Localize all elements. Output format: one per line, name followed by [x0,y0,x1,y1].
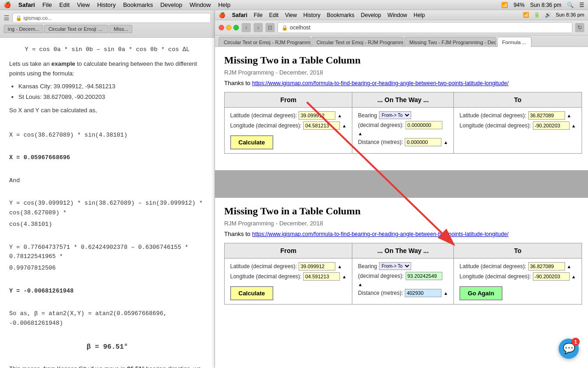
bookmarks-menu[interactable]: Bookmarks [123,1,153,8]
table2-lon-label: Longitude (decimal degrees): [230,273,301,280]
table1-lat-input[interactable] [299,111,335,120]
article-2-byline: RJM Programming - December, 2018 [224,220,579,227]
table1-col-from: From [225,92,352,108]
table2-to-lon-input[interactable] [533,272,570,281]
table1-from-cell: Latitude (decimal degrees): ▲ Longitude … [225,108,352,154]
table1-bearing-spin[interactable]: ▲ [358,131,362,136]
back-button[interactable]: ‹ [242,23,251,32]
refresh-button[interactable]: ↻ [575,23,584,32]
table2-lat-input[interactable] [299,262,335,270]
table2-go-again-btn[interactable]: Go Again [459,286,502,300]
table1-calculate-btn[interactable]: Calculate [230,135,273,150]
right-toolbar: ‹ › ⊡ 🔒 ocelhost ↻ [215,20,588,35]
right-url-bar[interactable]: 🔒 ocelhost [277,22,572,33]
table2-onway-cell: Bearing From-> To ↑ (decimal degrees): ▲ [352,259,454,305]
table1-onway-cell: Bearing From-> To ↑ (decimal degrees): ▲ [352,108,454,154]
main-area: ☰ 🔒 igismap.co... ing - Decem... Circula… [0,10,588,368]
table1-to-lat-spin[interactable]: ▲ [567,113,571,118]
left-url-bar[interactable]: 🔒 igismap.co... [12,13,211,23]
forward-button[interactable]: › [254,23,263,32]
table1-lon-label: Longitude (decimal degrees): [230,122,301,129]
view-menu[interactable]: View [77,1,90,8]
table2-bearing-selector[interactable]: From-> To ↑ [379,262,411,270]
table2-distance-input[interactable] [405,289,441,297]
code-beta1: So as, β = atan2(X,Y) = atan2(0.05967668… [9,309,205,328]
table2-lon-spin[interactable]: ▲ [342,274,346,279]
wifi-icon: 📶 [501,2,508,8]
table2-to-lat-spin[interactable]: ▲ [567,264,571,269]
right-tab-2[interactable]: Circular Text or Emoj - RJM Programming … [311,37,403,47]
minimize-button[interactable] [226,25,232,30]
table1-to-lat-input[interactable] [528,111,565,120]
calc-table-1: From ... On The Way ... To Latitude (dec… [224,92,582,154]
help-menu[interactable]: Help [218,1,231,8]
safari-menu[interactable]: Safari [18,1,35,8]
table1-to-cell: Latitude (decimal degrees): ▲ Longitude … [454,108,582,154]
right-tab-4[interactable]: Formula ... [497,37,531,47]
table1-to-lon-spin[interactable]: ▲ [571,123,576,128]
table1-to-lon-label: Longitude (decimal degrees): [459,122,531,129]
left-tab-3[interactable]: Miss... [109,25,132,33]
article-1-link[interactable]: https://www.igismap.com/formula-to-find-… [252,80,509,86]
table2-dist-spin[interactable]: ▲ [443,291,448,296]
fullscreen-button[interactable]: ⊡ [266,23,275,32]
right-window-menu[interactable]: Window [388,12,407,18]
right-develop-menu[interactable]: Develop [361,12,381,18]
table1-lon-input[interactable] [303,121,340,130]
right-file-menu[interactable]: File [254,12,262,18]
conclusion-text: This means, from Kansas City if we move … [9,364,205,368]
table1-bearing-input[interactable] [406,121,442,129]
close-button[interactable] [219,25,224,30]
table2-calculate-btn[interactable]: Calculate [230,286,273,300]
right-edit-menu[interactable]: Edit [269,12,279,18]
table2-to-lon-spin[interactable]: ▲ [571,274,576,279]
chat-badge: 1 [571,338,580,346]
history-menu[interactable]: History [97,1,115,8]
left-tab-bar: ing - Decem... Circular Text or Emoji - … [4,25,211,33]
search-icon[interactable]: 🔍 [567,2,574,8]
maximize-button[interactable] [233,25,239,30]
table2-bearing-spin[interactable]: ▲ [358,282,362,287]
table2-lon-input[interactable] [303,272,340,281]
chat-bubble[interactable]: 💬 1 [559,339,579,359]
table1-dist-spin[interactable]: ▲ [443,140,448,145]
edit-menu[interactable]: Edit [59,1,69,8]
develop-menu[interactable]: Develop [160,1,182,8]
left-tab-1[interactable]: ing - Decem... [4,25,43,33]
right-tab-3[interactable]: Missing Two - FJM Programming - December… [404,37,496,47]
table1-lat-spin-up[interactable]: ▲ [337,113,342,118]
apple-menu[interactable]: 🍎 [4,1,11,8]
menu-icon[interactable]: ☰ [579,2,584,8]
right-apple-icon: 🍎 [219,12,226,18]
table1-to-lon-input[interactable] [533,121,570,130]
right-safari-menu[interactable]: Safari [232,12,247,18]
table1-bearing-selector[interactable]: From-> To ↑ [379,111,411,119]
clock: Sun 8:36 pm [530,2,561,8]
code-and: And [9,176,205,186]
table2-lat-spin[interactable]: ▲ [337,264,342,269]
code-y2: Y = 0.77604737571 * 0.62424902378 – 0.63… [9,243,205,262]
traffic-lights [219,25,239,30]
right-help-menu[interactable]: Help [413,12,425,18]
left-tab-2[interactable]: Circular Text or Emoji - RJM Programming… [44,25,108,33]
right-history-menu[interactable]: History [303,12,320,18]
table2-distance-label: Distance (metres): [358,290,403,296]
table2-to-lat-label: Latitude (decimal degrees): [459,263,526,270]
table2-to-lat-input[interactable] [528,262,565,270]
formula-display: Y = cos θa * sin θb – sin θa * cos θb * … [9,45,205,55]
right-view-menu[interactable]: View [285,12,297,18]
hamburger-icon[interactable]: ☰ [4,14,10,22]
table2-bearing-input[interactable] [406,272,442,280]
file-menu[interactable]: File [42,1,52,8]
table1-lon-spin-up[interactable]: ▲ [342,123,346,128]
coordinates-list: Kansas City: 39.099912, -94.581213 St Lo… [18,82,205,102]
table1-distance-input[interactable] [405,138,441,146]
window-menu[interactable]: Window [190,1,211,8]
right-tab-1[interactable]: Circular Text or Emoj - RJM Programming … [219,37,311,47]
table2-bearing-suffix: (decimal degrees): [358,273,403,279]
article-2-link[interactable]: https://www.igismap.com/formula-to-find-… [252,231,509,237]
article-2-title: Missing Two in a Table Column [224,205,579,217]
right-bookmarks-menu[interactable]: Bookmarks [327,12,355,18]
right-volume-icon: 🔊 [545,12,551,18]
left-content: Y = cos θa * sin θb – sin θa * cos θb * … [0,38,215,368]
